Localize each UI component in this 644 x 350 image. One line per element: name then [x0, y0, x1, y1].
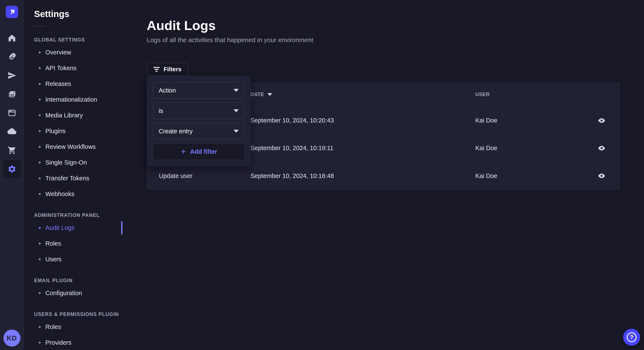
sidebar-item-configuration[interactable]: Configuration: [34, 285, 122, 301]
sidebar-item-label: Users: [45, 256, 62, 263]
logo-area[interactable]: [0, 0, 24, 24]
sidebar-item-label: Internationalization: [45, 96, 97, 103]
help-button[interactable]: ?: [623, 329, 640, 346]
cell-user: Kai Doe: [475, 173, 588, 179]
eye-icon: [598, 117, 606, 124]
header-date[interactable]: DATE: [250, 92, 475, 97]
bullet-icon: [39, 99, 41, 101]
rail-footer: KD: [0, 326, 24, 350]
bullet-icon: [39, 243, 41, 245]
sidebar-item-review-workflows[interactable]: Review Workflows: [34, 139, 122, 155]
chevron-down-icon: [234, 89, 239, 92]
gear-icon: [8, 165, 16, 174]
email-plugin-list: Configuration: [34, 285, 122, 301]
filter-operator-select[interactable]: is: [153, 103, 244, 119]
view-log-button[interactable]: [595, 114, 608, 127]
global-settings-list: Overview API Tokens Releases Internation…: [34, 44, 122, 202]
bullet-icon: [39, 51, 41, 53]
filter-field-select[interactable]: Action: [153, 82, 244, 99]
filter-value-select[interactable]: Create entry: [153, 123, 244, 140]
sidebar-item-overview[interactable]: Overview: [34, 44, 122, 60]
user-avatar[interactable]: KD: [4, 330, 20, 347]
main-content: Audit Logs Logs of all the activities th…: [123, 0, 644, 350]
icon-rail: KD: [0, 0, 24, 350]
sidebar-item-admin-users[interactable]: Users: [34, 251, 122, 267]
nav-content-manager[interactable]: [0, 104, 24, 122]
section-administration-panel: ADMINISTRATION PANEL: [34, 212, 122, 218]
sidebar-item-label: Configuration: [45, 290, 82, 297]
feather-icon: [8, 52, 16, 61]
section-email-plugin: EMAIL PLUGIN: [34, 278, 122, 283]
sidebar-item-label: Transfer Tokens: [45, 175, 89, 182]
sidebar-item-transfer-tokens[interactable]: Transfer Tokens: [34, 170, 122, 186]
bullet-icon: [39, 193, 41, 195]
images-icon: [8, 90, 16, 99]
sidebar-item-admin-roles[interactable]: Roles: [34, 236, 122, 251]
sidebar-item-label: API Tokens: [45, 65, 76, 72]
chevron-down-icon: [234, 130, 239, 133]
bullet-icon: [39, 292, 41, 294]
cell-action: Update user: [159, 173, 250, 179]
bullet-icon: [39, 326, 41, 328]
active-nav-tile: [3, 160, 21, 178]
home-icon: [8, 34, 16, 42]
add-filter-label: Add filter: [190, 148, 217, 155]
cell-date: September 10, 2024, 10:16:48: [250, 173, 475, 179]
view-log-button[interactable]: [595, 142, 608, 155]
filter-field-value: Action: [159, 87, 176, 94]
table-row[interactable]: Update user September 10, 2024, 10:16:48…: [147, 162, 620, 190]
eye-icon: [598, 144, 606, 152]
sidebar-item-up-roles[interactable]: Roles: [34, 319, 122, 335]
sidebar-item-label: Roles: [45, 240, 61, 247]
sort-desc-icon: [268, 93, 272, 96]
filter-operator-value: is: [159, 107, 163, 114]
nav-deploy[interactable]: [0, 66, 24, 85]
bullet-icon: [39, 177, 41, 179]
nav-cloud[interactable]: [0, 122, 24, 141]
page-title: Audit Logs: [147, 18, 644, 33]
sidebar-item-label: Providers: [45, 339, 72, 346]
sidebar-item-single-sign-on[interactable]: Single Sign-On: [34, 155, 122, 170]
section-global-settings: GLOBAL SETTINGS: [34, 37, 122, 43]
sidebar-item-label: Roles: [45, 324, 61, 331]
app-root: KD Settings GLOBAL SETTINGS Overview API…: [0, 0, 644, 350]
header-user: USER: [475, 92, 588, 97]
view-log-button[interactable]: [595, 170, 608, 182]
bullet-icon: [39, 342, 41, 344]
filters-button[interactable]: Filters: [147, 63, 188, 76]
strapi-logo-icon: [6, 6, 18, 18]
sidebar-item-api-tokens[interactable]: API Tokens: [34, 60, 122, 76]
nav-home[interactable]: [0, 29, 24, 47]
add-filter-button[interactable]: Add filter: [153, 143, 244, 160]
sidebar-item-label: Releases: [45, 80, 71, 87]
sidebar-item-label: Webhooks: [45, 190, 74, 197]
nav-marketplace[interactable]: [0, 141, 24, 160]
nav-media-library[interactable]: [0, 85, 24, 104]
sidebar-item-releases[interactable]: Releases: [34, 76, 122, 92]
sidebar-item-up-providers[interactable]: Providers: [34, 335, 122, 350]
rail-nav: [0, 29, 24, 178]
sidebar-item-webhooks[interactable]: Webhooks: [34, 186, 122, 202]
nav-settings[interactable]: [0, 160, 24, 178]
title-divider: [34, 26, 44, 26]
settings-sidebar: Settings GLOBAL SETTINGS Overview API To…: [24, 0, 123, 350]
sidebar-item-audit-logs[interactable]: Audit Logs: [34, 220, 122, 236]
nav-content-type-builder[interactable]: [0, 47, 24, 66]
eye-icon: [598, 172, 606, 180]
administration-panel-list: Audit Logs Roles Users: [34, 220, 122, 267]
sidebar-item-plugins[interactable]: Plugins: [34, 123, 122, 139]
sidebar-item-media-library[interactable]: Media Library: [34, 107, 122, 123]
sidebar-item-internationalization[interactable]: Internationalization: [34, 92, 122, 107]
users-permissions-list: Roles Providers: [34, 319, 122, 350]
filter-popover: Action is Create entry Add filter: [147, 76, 251, 166]
filter-value-value: Create entry: [159, 128, 193, 135]
sidebar-item-label: Plugins: [45, 128, 66, 135]
bullet-icon: [39, 67, 41, 69]
page-subtitle: Logs of all the activities that happened…: [147, 36, 644, 44]
cloud-icon: [8, 127, 16, 136]
cell-date: September 10, 2024, 10:20:43: [250, 117, 475, 124]
sidebar-item-label: Single Sign-On: [45, 159, 87, 166]
sidebar-item-label: Overview: [45, 49, 71, 56]
section-users-permissions-plugin: USERS & PERMISSIONS PLUGIN: [34, 312, 122, 317]
sidebar-item-label: Audit Logs: [45, 224, 74, 231]
